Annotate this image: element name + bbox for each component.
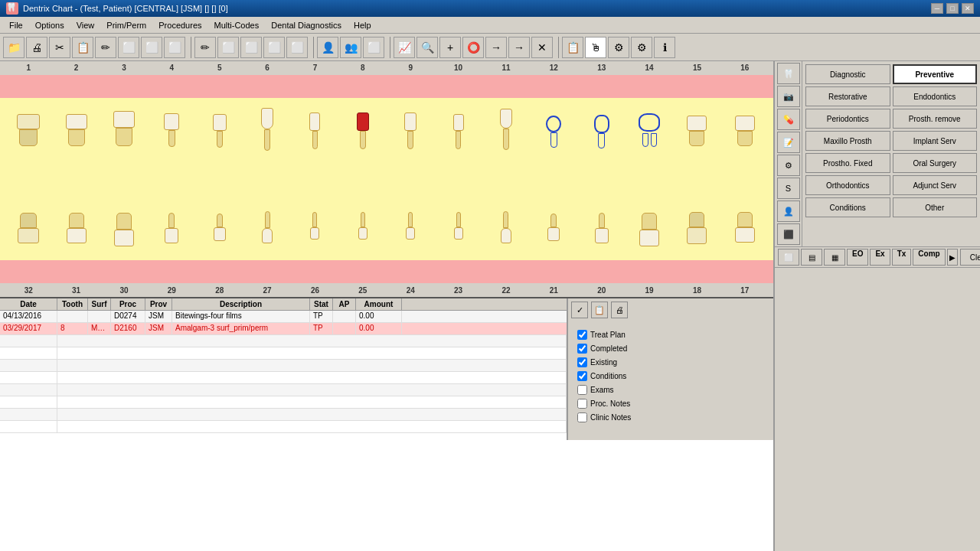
cb-clinic-notes[interactable]: Clinic Notes: [577, 410, 764, 424]
cb-completed-input[interactable]: [577, 344, 587, 354]
tooth-20[interactable]: [578, 179, 626, 283]
toolbar-btn-14[interactable]: 👤: [317, 37, 338, 58]
cb-proc-notes[interactable]: Proc. Notes: [577, 396, 764, 410]
toolbar-btn-15[interactable]: 👥: [340, 37, 361, 58]
menu-prim-perm[interactable]: Prim/Perm: [100, 19, 152, 31]
tooth-13[interactable]: [578, 75, 626, 179]
cb-conditions-input[interactable]: [577, 371, 587, 381]
toolbar-btn-26[interactable]: ⚙: [608, 37, 629, 58]
tooth-30[interactable]: [100, 179, 148, 283]
cb-treat-plan-input[interactable]: [577, 330, 587, 340]
cb-treat-plan[interactable]: Treat Plan: [577, 328, 764, 341]
toolbar-btn-22[interactable]: →: [508, 37, 530, 58]
mode-comp[interactable]: Comp: [913, 249, 945, 266]
cb-existing-input[interactable]: [577, 357, 587, 367]
toolbar-btn-3[interactable]: ✂: [49, 37, 70, 58]
tooth-32[interactable]: [5, 179, 52, 283]
tooth-17[interactable]: [721, 179, 769, 283]
toolbar-btn-6[interactable]: ⬜: [118, 37, 139, 58]
toolbar-btn-28[interactable]: ℹ: [654, 37, 675, 58]
tooth-4[interactable]: [148, 75, 195, 179]
tooth-28[interactable]: [196, 179, 243, 283]
tooth-10[interactable]: [434, 75, 482, 179]
tooth-16[interactable]: [721, 75, 769, 179]
tooth-2[interactable]: [52, 75, 100, 179]
toolbar-btn-27[interactable]: ⚙: [631, 37, 652, 58]
close-button[interactable]: ✕: [962, 3, 974, 14]
cb-proc-notes-input[interactable]: [577, 399, 587, 409]
toolbar-btn-11[interactable]: ⬜: [240, 37, 262, 58]
tooth-5[interactable]: [196, 75, 243, 179]
menu-multi-codes[interactable]: Multi-Codes: [208, 19, 266, 31]
tooth-7[interactable]: [291, 75, 338, 179]
toolbar-btn-16[interactable]: ⬜: [363, 37, 384, 58]
toolbar-btn-8[interactable]: ⬜: [164, 37, 185, 58]
cat-diagnostic[interactable]: Diagnostic: [805, 64, 890, 84]
mode-icon-2[interactable]: ▤: [801, 249, 822, 266]
toolbar-btn-7[interactable]: ⬜: [141, 37, 162, 58]
cat-conditions[interactable]: Conditions: [805, 197, 890, 217]
menu-help[interactable]: Help: [348, 19, 377, 31]
mode-eo[interactable]: EO: [847, 249, 868, 266]
tooth-3[interactable]: [100, 75, 148, 179]
toolbar-btn-20[interactable]: ⭕: [462, 37, 484, 58]
menu-file[interactable]: File: [3, 19, 29, 31]
cb-exams-input[interactable]: [577, 385, 587, 395]
cat-prosth-remove[interactable]: Prosth. remove: [893, 109, 978, 129]
sidebar-icon-2[interactable]: 📷: [777, 86, 800, 107]
cb-completed[interactable]: Completed: [577, 341, 764, 355]
sidebar-icon-8[interactable]: ⬛: [777, 223, 800, 245]
tooth-6[interactable]: [243, 75, 291, 179]
toolbar-btn-12[interactable]: ⬜: [263, 37, 285, 58]
toolbar-btn-13[interactable]: ⬜: [286, 37, 308, 58]
cb-existing[interactable]: Existing: [577, 355, 764, 369]
toolbar-btn-19[interactable]: +: [439, 37, 461, 58]
tooth-26[interactable]: [291, 179, 338, 283]
sidebar-icon-5[interactable]: ⚙: [777, 155, 800, 176]
tooth-12[interactable]: [530, 75, 577, 179]
tooth-9[interactable]: [387, 75, 434, 179]
toolbar-btn-1[interactable]: 📁: [3, 37, 24, 58]
tooth-23[interactable]: [434, 179, 482, 283]
tooth-21[interactable]: [530, 179, 577, 283]
sidebar-icon-3[interactable]: 💊: [777, 109, 800, 130]
mode-tx[interactable]: Tx: [892, 249, 912, 266]
tooth-11[interactable]: [482, 75, 530, 179]
sidebar-icon-4[interactable]: 📝: [777, 132, 800, 153]
maximize-button[interactable]: □: [946, 3, 959, 14]
cat-restorative[interactable]: Restorative: [805, 86, 890, 106]
toolbar-btn-5[interactable]: ✏: [95, 37, 116, 58]
toolbar-btn-17[interactable]: 📈: [394, 37, 415, 58]
tooth-31[interactable]: [52, 179, 100, 283]
sidebar-icon-1[interactable]: 🦷: [777, 63, 800, 84]
toolbar-btn-10[interactable]: ⬜: [217, 37, 239, 58]
mode-icon-1[interactable]: ⬜: [778, 249, 799, 266]
toolbar-btn-25[interactable]: 🖱: [585, 37, 606, 58]
cat-prostho-fixed[interactable]: Prostho. Fixed: [805, 153, 890, 173]
dental-chart[interactable]: 1 2 3 4 5 6 7 8 9 10 11 12 13 14 15 16: [0, 61, 773, 298]
cb-conditions[interactable]: Conditions: [577, 369, 764, 383]
mode-expand[interactable]: ▶: [947, 249, 958, 266]
cat-preventive[interactable]: Preventive: [893, 64, 978, 84]
upper-jaw[interactable]: [0, 75, 773, 179]
tooth-22[interactable]: [482, 179, 530, 283]
tooth-14[interactable]: [626, 75, 673, 179]
cat-implant-serv[interactable]: Implant Serv: [893, 131, 978, 151]
minimize-button[interactable]: ─: [931, 3, 943, 14]
toolbar-btn-24[interactable]: 📋: [562, 37, 583, 58]
menu-options[interactable]: Options: [29, 19, 70, 31]
cb-clinic-notes-input[interactable]: [577, 412, 587, 422]
toolbar-btn-21[interactable]: →: [485, 37, 507, 58]
cat-endodontics[interactable]: Endodontics: [893, 86, 978, 106]
toolbar-btn-2[interactable]: 🖨: [26, 37, 47, 58]
tooth-25[interactable]: [339, 179, 387, 283]
tooth-27[interactable]: [243, 179, 291, 283]
toolbar-btn-23[interactable]: ✕: [531, 37, 553, 58]
cat-maxillo-prosth[interactable]: Maxillo Prosth: [805, 131, 890, 151]
tooth-18[interactable]: [673, 179, 720, 283]
window-controls[interactable]: ─ □ ✕: [931, 3, 974, 14]
mode-icon-3[interactable]: ▦: [824, 249, 845, 266]
mode-ex[interactable]: Ex: [870, 249, 890, 266]
print-icon[interactable]: 🖨: [611, 302, 628, 318]
menu-procedures[interactable]: Procedures: [152, 19, 207, 31]
